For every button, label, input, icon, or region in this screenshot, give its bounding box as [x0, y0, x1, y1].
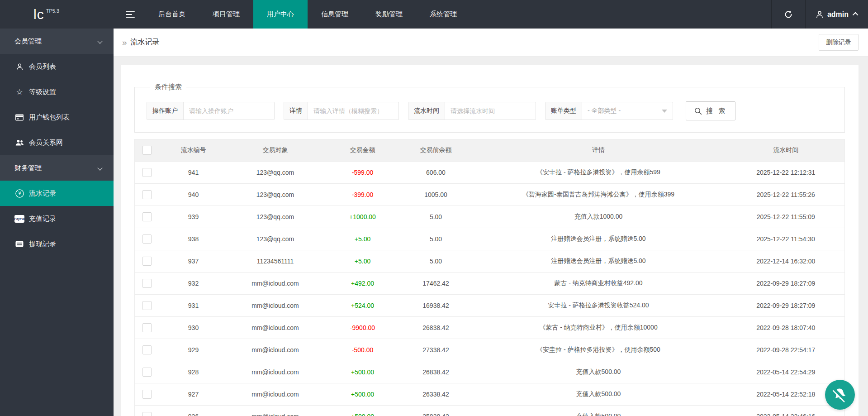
- cell-flow-time: 2022-09-28 18:07:40: [727, 317, 845, 339]
- row-checkbox[interactable]: [142, 345, 152, 354]
- bill-type-value: - 全部类型 -: [588, 107, 621, 115]
- sidebar-item-flow-records[interactable]: ¥ 流水记录: [0, 181, 114, 206]
- cell-balance-before: 606.00: [402, 162, 470, 184]
- topnav-item-label: 项目管理: [213, 10, 240, 19]
- row-checkbox[interactable]: [142, 257, 152, 266]
- notification-bubble-button[interactable]: [825, 380, 855, 410]
- detail-input[interactable]: [308, 102, 398, 120]
- search-button-label: 搜 索: [706, 107, 727, 115]
- table-body: 941 123@qq.com -599.00 606.00 《安圭拉 - 萨格拉…: [135, 162, 845, 416]
- cell-balance-before: 26338.42: [402, 383, 470, 406]
- row-checkbox[interactable]: [142, 279, 152, 288]
- cell-trade-target: mm@icloud.com: [228, 339, 323, 361]
- sidebar-item-level-settings[interactable]: ☆ 等级设置: [0, 79, 114, 105]
- field-label: 详情: [284, 102, 308, 120]
- cell-detail: 注册赠送会员注册，系统赠送5.00: [470, 250, 727, 273]
- col-balance-before: 交易前余额: [402, 139, 470, 162]
- sidebar-item-member-network[interactable]: 会员关系网: [0, 130, 114, 155]
- cell-flow-id: 928: [160, 361, 228, 383]
- cell-detail: 充值入款500.00: [470, 383, 727, 406]
- topnav-item-label: 系统管理: [430, 10, 457, 19]
- cell-trade-target: mm@icloud.com: [228, 295, 323, 317]
- cell-trade-amount: +5.00: [323, 250, 402, 273]
- sidebar-group-member-mgmt[interactable]: 会员管理: [0, 29, 114, 54]
- chevron-up-icon: [853, 12, 859, 18]
- row-checkbox[interactable]: [142, 412, 152, 416]
- search-button[interactable]: 搜 索: [686, 101, 735, 120]
- cell-balance-before: 5.00: [402, 228, 470, 250]
- topnav-item[interactable]: 用户中心: [253, 0, 308, 29]
- sidebar-item-label: 会员列表: [29, 62, 56, 71]
- menu-toggle-icon[interactable]: [118, 0, 143, 29]
- row-checkbox[interactable]: [142, 212, 152, 221]
- field-label: 账单类型: [545, 102, 582, 120]
- field-label: 操作账户: [147, 102, 184, 120]
- row-checkbox[interactable]: [142, 390, 152, 399]
- refresh-button[interactable]: [772, 0, 805, 29]
- users-icon: [15, 138, 24, 147]
- cell-detail: 蒙古 - 纳克特商业村收益492.00: [470, 273, 727, 295]
- topnav-item[interactable]: 信息管理: [308, 0, 362, 29]
- cell-trade-target: mm@icloud.com: [228, 317, 323, 339]
- col-flow-time: 流水时间: [727, 139, 845, 162]
- topnav-item-label: 奖励管理: [375, 10, 403, 19]
- field-label: 流水时间: [408, 102, 445, 120]
- chevron-down-icon: [97, 38, 102, 43]
- cell-flow-time: 2025-12-22 11:55:09: [727, 206, 845, 228]
- search-panel-legend: 条件搜索: [150, 83, 186, 91]
- table-row: 927 mm@icloud.com +500.00 26338.42 充值入款5…: [135, 383, 845, 406]
- topnav-item[interactable]: 后台首页: [145, 0, 199, 29]
- sidebar-item-user-wallets[interactable]: 用户钱包列表: [0, 105, 114, 130]
- topnav-item[interactable]: 系统管理: [416, 0, 470, 29]
- chevron-down-icon: [97, 165, 102, 170]
- topnav-item-label: 后台首页: [158, 10, 185, 19]
- cell-trade-amount: +500.00: [323, 383, 402, 406]
- app-logo[interactable]: lc TP5.3: [0, 0, 93, 29]
- sidebar-group-finance-mgmt[interactable]: 财务管理: [0, 155, 114, 181]
- topnav-item[interactable]: 奖励管理: [362, 0, 416, 29]
- search-field-time: 流水时间: [408, 102, 536, 120]
- cell-balance-before: 25838.42: [402, 406, 470, 416]
- table-row: 926 mm@icloud.com +500.00 25838.42 充值入款5…: [135, 406, 845, 416]
- sidebar: 会员管理 会员列表 ☆ 等级设置 用户钱包列表: [0, 29, 114, 416]
- cell-trade-amount: -599.00: [323, 162, 402, 184]
- content-card: 条件搜索 操作账户 详情 流水时间 账单类型: [121, 65, 859, 416]
- row-checkbox[interactable]: [142, 234, 152, 244]
- cell-flow-id: 932: [160, 273, 228, 295]
- user-menu[interactable]: admin: [806, 0, 868, 29]
- wallet-icon: [15, 113, 24, 122]
- cell-flow-id: 931: [160, 295, 228, 317]
- cell-trade-amount: +500.00: [323, 361, 402, 383]
- sidebar-item-member-list[interactable]: 会员列表: [0, 54, 114, 79]
- flow-time-input[interactable]: [445, 102, 536, 120]
- breadcrumb: 流水记录: [131, 38, 160, 47]
- sidebar-item-label: 等级设置: [29, 88, 56, 96]
- cell-flow-time: 2022-09-28 22:54:17: [727, 339, 845, 361]
- sidebar-item-withdraw-records[interactable]: 提现记录: [0, 231, 114, 257]
- cell-flow-time: 2022-05-14 22:54:29: [727, 361, 845, 383]
- cell-trade-target: 123@qq.com: [228, 184, 323, 206]
- sidebar-item-recharge-records[interactable]: PayPal 充值记录: [0, 206, 114, 231]
- cell-trade-target: 123@qq.com: [228, 228, 323, 250]
- cell-trade-target: 123@qq.com: [228, 206, 323, 228]
- cell-trade-target: 123@qq.com: [228, 162, 323, 184]
- row-checkbox[interactable]: [142, 190, 152, 199]
- row-checkbox[interactable]: [142, 323, 152, 332]
- user-icon: [15, 62, 24, 71]
- table-row: 938 123@qq.com +5.00 5.00 注册赠送会员注册，系统赠送5…: [135, 228, 845, 250]
- row-checkbox[interactable]: [142, 168, 152, 177]
- delete-records-button[interactable]: 删除记录: [819, 34, 859, 51]
- cell-flow-time: 2025-12-22 11:54:30: [727, 228, 845, 250]
- bill-type-select[interactable]: - 全部类型 -: [582, 102, 673, 120]
- row-checkbox[interactable]: [142, 301, 152, 310]
- row-checkbox[interactable]: [142, 368, 152, 377]
- account-input[interactable]: [184, 102, 274, 120]
- cell-flow-id: 926: [160, 406, 228, 416]
- top-nav: 后台首页项目管理用户中心信息管理奖励管理系统管理: [145, 0, 470, 29]
- topbar: lc TP5.3 后台首页项目管理用户中心信息管理奖励管理系统管理 admin: [0, 0, 868, 29]
- topnav-item[interactable]: 项目管理: [199, 0, 253, 29]
- cell-detail: 《碧海家园-泰国普吉岛邦涛海滩公寓》，使用余额399: [470, 184, 727, 206]
- topbar-right: admin: [771, 0, 868, 29]
- select-all-checkbox[interactable]: [142, 146, 152, 155]
- topnav-item-label: 信息管理: [321, 10, 348, 19]
